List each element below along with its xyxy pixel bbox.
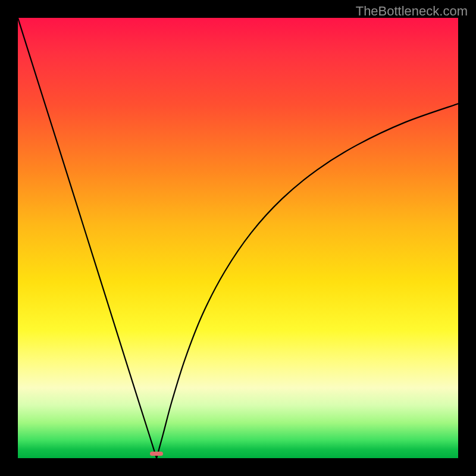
trough-marker <box>150 452 163 456</box>
chart-svg <box>18 18 458 458</box>
curve-right-branch <box>156 104 458 458</box>
watermark-text: TheBottleneck.com <box>356 4 468 19</box>
chart-container: TheBottleneck.com <box>0 0 476 476</box>
plot-area <box>18 18 458 458</box>
curve-left-branch <box>18 18 156 458</box>
